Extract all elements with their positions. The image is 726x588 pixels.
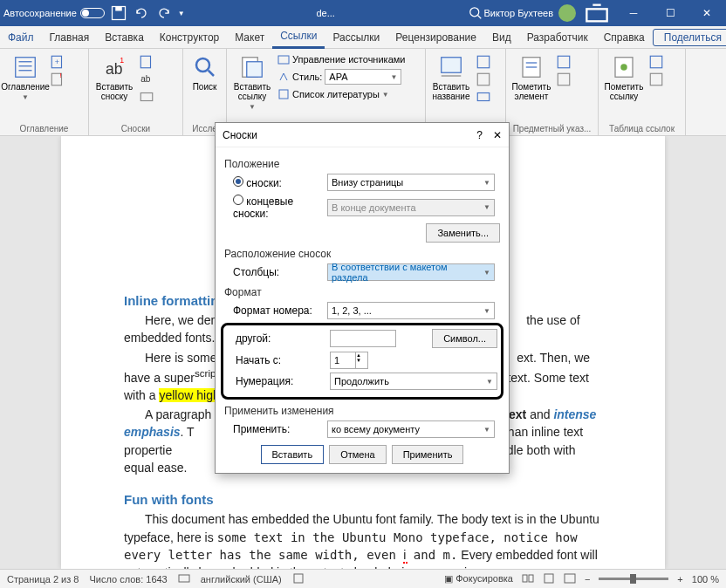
update-index-icon[interactable] bbox=[555, 72, 572, 87]
insert-index-icon[interactable] bbox=[555, 54, 572, 70]
svg-rect-4 bbox=[586, 9, 606, 21]
svg-line-19 bbox=[208, 71, 213, 76]
share-label: Поделиться bbox=[664, 31, 722, 44]
add-text-icon[interactable]: + bbox=[49, 54, 66, 70]
crossref-icon[interactable] bbox=[475, 89, 492, 105]
startat-value[interactable] bbox=[331, 352, 355, 368]
insert-footnote-button[interactable]: ab1 Вставить сноску bbox=[94, 51, 134, 133]
applyto-select[interactable]: ко всему документу▼ bbox=[327, 420, 495, 438]
avatar[interactable] bbox=[558, 4, 576, 22]
view-web-icon[interactable] bbox=[564, 572, 576, 586]
language[interactable]: английский (США) bbox=[201, 574, 282, 585]
search-button[interactable]: Поиск bbox=[188, 51, 221, 133]
close-dialog-icon[interactable]: ✕ bbox=[493, 129, 502, 141]
zoom-out-icon[interactable]: − bbox=[585, 574, 590, 585]
body-text-2: This document has embedded the Ubuntu fo… bbox=[124, 510, 602, 569]
page-indicator[interactable]: Страница 2 из 8 bbox=[7, 574, 79, 585]
section-layout: Расположение сносок bbox=[224, 248, 500, 260]
next-footnote-icon[interactable]: ab bbox=[138, 72, 155, 87]
menu-mailings[interactable]: Рассылки bbox=[325, 26, 387, 49]
menu-insert[interactable]: Вставка bbox=[97, 26, 152, 49]
footnote-label: Вставить сноску bbox=[94, 82, 134, 101]
spelling-icon[interactable] bbox=[178, 572, 190, 586]
search-titlebar-icon[interactable] bbox=[467, 4, 484, 22]
minimize-icon[interactable]: ─ bbox=[618, 1, 649, 25]
undo-icon[interactable] bbox=[133, 4, 150, 22]
numbering-select[interactable]: Продолжить▼ bbox=[330, 373, 497, 390]
view-read-icon[interactable] bbox=[522, 572, 534, 586]
mark-entry-button[interactable]: Пометить элемент bbox=[511, 51, 551, 133]
menu-references[interactable]: Ссылки bbox=[272, 26, 325, 49]
sources-label: Управление источниками bbox=[292, 54, 405, 65]
menu-layout[interactable]: Макет bbox=[227, 26, 272, 49]
doc-title: de... bbox=[185, 8, 467, 18]
word-count[interactable]: Число слов: 1643 bbox=[89, 574, 167, 585]
numformat-value: 1, 2, 3, ... bbox=[332, 305, 372, 316]
footnotes-radio[interactable] bbox=[233, 176, 243, 187]
endnotes-select: В конце документа▼ bbox=[327, 199, 495, 216]
update-tof-icon[interactable] bbox=[475, 72, 492, 87]
autosave[interactable]: Автосохранение bbox=[3, 8, 105, 18]
numbering-value: Продолжить bbox=[334, 376, 389, 386]
save-icon[interactable] bbox=[110, 4, 127, 22]
autosave-toggle[interactable] bbox=[80, 8, 105, 18]
svg-rect-39 bbox=[294, 574, 303, 583]
menu-file[interactable]: Файл bbox=[0, 26, 42, 49]
help-icon[interactable]: ? bbox=[476, 129, 483, 141]
ribbon-options-icon[interactable] bbox=[581, 1, 613, 25]
insert-tof-icon[interactable] bbox=[475, 54, 492, 70]
footnotes-select[interactable]: Внизу страницы▼ bbox=[327, 174, 495, 191]
zoom-slider[interactable] bbox=[599, 578, 668, 580]
menu-view[interactable]: Вид bbox=[484, 26, 519, 49]
change-button[interactable]: Заменить... bbox=[426, 223, 500, 243]
autosave-label: Автосохранение bbox=[3, 8, 77, 18]
mark-citation-button[interactable]: Пометить ссылку bbox=[604, 51, 644, 133]
numformat-select[interactable]: 1, 2, 3, ...▼ bbox=[327, 302, 495, 319]
apply-button[interactable]: Применить bbox=[392, 445, 464, 464]
manage-sources[interactable]: Управление источниками bbox=[276, 52, 407, 66]
view-print-icon[interactable] bbox=[543, 572, 555, 586]
endnotes-radio[interactable] bbox=[233, 195, 243, 205]
svg-rect-26 bbox=[477, 56, 490, 68]
insert-button[interactable]: Вставить bbox=[261, 445, 325, 464]
update-toa-icon[interactable] bbox=[647, 72, 665, 87]
columns-label: Столбцы: bbox=[224, 266, 322, 278]
accessibility-icon[interactable] bbox=[292, 572, 305, 586]
menu-developer[interactable]: Разработчик bbox=[519, 26, 596, 49]
columns-select[interactable]: В соответствии с макетом раздела▼ bbox=[327, 263, 495, 281]
symbol-button[interactable]: Символ... bbox=[432, 329, 497, 348]
zoom-level[interactable]: 100 % bbox=[692, 574, 719, 585]
bibliography[interactable]: Список литературы ▼ bbox=[276, 87, 407, 101]
redo-icon[interactable] bbox=[155, 4, 173, 22]
search-icon bbox=[192, 54, 218, 80]
menu-help[interactable]: Справка bbox=[596, 26, 653, 49]
cancel-button[interactable]: Отмена bbox=[329, 445, 386, 464]
maximize-icon[interactable]: ☐ bbox=[654, 1, 686, 25]
svg-line-3 bbox=[477, 16, 481, 19]
style-label: Стиль: bbox=[292, 72, 322, 82]
dialog-titlebar: Сноски ? ✕ bbox=[216, 123, 509, 147]
svg-point-35 bbox=[620, 64, 627, 71]
show-notes-icon[interactable] bbox=[138, 89, 155, 105]
insert-endnote-icon[interactable] bbox=[138, 54, 155, 70]
focus-mode[interactable]: ▣ Фокусировка bbox=[444, 573, 513, 585]
menu-home[interactable]: Главная bbox=[42, 26, 98, 49]
svg-rect-23 bbox=[279, 90, 288, 99]
mark-citation-label: Пометить ссылку bbox=[604, 82, 644, 101]
insert-toa-icon[interactable] bbox=[647, 54, 665, 70]
section-apply: Применить изменения bbox=[224, 405, 500, 417]
close-icon[interactable]: ✕ bbox=[691, 1, 723, 25]
toc-button[interactable]: Оглавление ▼ bbox=[5, 51, 45, 133]
zoom-in-icon[interactable]: + bbox=[677, 574, 682, 585]
startat-spinner[interactable]: ▲▼ bbox=[330, 352, 368, 369]
insert-caption-button[interactable]: Вставить название bbox=[431, 51, 471, 133]
menu-design[interactable]: Конструктор bbox=[152, 26, 227, 49]
svg-rect-43 bbox=[565, 574, 575, 583]
menu-review[interactable]: Рецензирование bbox=[387, 26, 484, 49]
style-select[interactable]: Стиль: APA▼ bbox=[276, 68, 407, 85]
update-toc-icon[interactable]: ! bbox=[49, 72, 66, 87]
insert-citation-button[interactable]: Вставить ссылку ▼ bbox=[232, 51, 272, 133]
svg-rect-17 bbox=[140, 93, 153, 101]
other-input[interactable] bbox=[330, 330, 396, 347]
share-button[interactable]: Поделиться bbox=[653, 29, 726, 46]
